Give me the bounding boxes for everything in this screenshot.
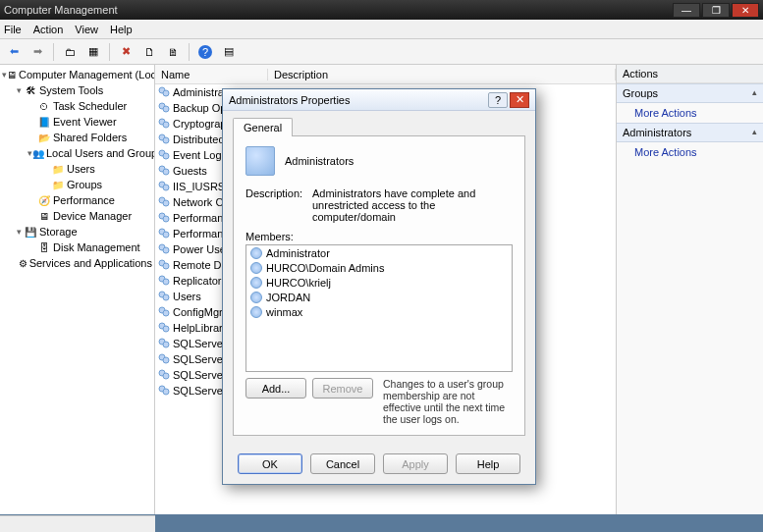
actions-link-more-admins[interactable]: More Actions (617, 142, 763, 162)
svg-point-7 (163, 137, 169, 143)
remove-button[interactable]: Remove (312, 378, 373, 399)
group-icon (157, 101, 171, 115)
tree-node-icon: 🧭 (37, 193, 51, 207)
tree-node-label: Users (67, 163, 95, 175)
menu-view[interactable]: View (75, 24, 98, 35)
svg-point-39 (163, 389, 169, 395)
tree-item[interactable]: ▾💾Storage (0, 224, 154, 239)
tree-item[interactable]: 📘Event Viewer (0, 114, 154, 130)
group-icon (157, 321, 171, 335)
tree-item[interactable]: ▾🛠System Tools (0, 82, 154, 98)
toolbar-help-button[interactable]: ? (195, 42, 215, 62)
member-row[interactable]: JORDAN (246, 290, 512, 304)
actions-section-administrators[interactable]: Administrators ▴ (617, 123, 763, 142)
tree-item[interactable]: 🖥Device Manager (0, 208, 154, 224)
member-row[interactable]: Administrator (246, 245, 512, 260)
toolbar-forward-button[interactable]: ➡ (27, 42, 47, 62)
svg-point-9 (163, 153, 169, 159)
navigation-tree[interactable]: ▾🖥Computer Management (Local▾🛠System Too… (0, 65, 155, 514)
collapse-icon: ▴ (752, 127, 757, 138)
apply-button[interactable]: Apply (383, 453, 448, 474)
tree-item[interactable]: ▾👥Local Users and Groups (0, 145, 154, 161)
svg-point-23 (163, 263, 169, 269)
toolbar-export-button[interactable]: 🗎 (163, 42, 183, 62)
membership-note: Changes to a user's group membership are… (379, 378, 513, 425)
dialog-close-button[interactable]: ✕ (510, 92, 529, 108)
tree-node-label: Groups (67, 179, 102, 190)
column-header-description[interactable]: Description (268, 69, 616, 80)
up-icon: 🗀 (65, 46, 76, 58)
refresh-icon: 🗋 (144, 46, 155, 58)
group-icon (157, 117, 171, 131)
toolbar-back-button[interactable]: ⬅ (4, 42, 24, 62)
dialog-titlebar[interactable]: Administrators Properties ? ✕ (223, 89, 535, 111)
tree-item[interactable]: ▾🖥Computer Management (Local (0, 67, 154, 82)
tree-horizontal-scrollbar[interactable] (0, 515, 155, 532)
member-name: winmax (266, 306, 302, 318)
toolbar-refresh-button[interactable]: 🗋 (139, 42, 159, 62)
svg-point-19 (163, 232, 169, 238)
group-icon (157, 195, 171, 209)
member-row[interactable]: HURCO\krielj (246, 275, 512, 290)
actions-section-groups[interactable]: Groups ▴ (617, 83, 763, 103)
arrow-right-icon: ➡ (33, 45, 42, 58)
svg-point-15 (163, 200, 169, 206)
svg-point-13 (163, 185, 169, 190)
expand-icon[interactable]: ▾ (14, 85, 24, 95)
dialog-help-button[interactable]: ? (488, 92, 508, 108)
cancel-button[interactable]: Cancel (310, 453, 375, 474)
menu-file[interactable]: File (4, 24, 22, 35)
tree-node-label: Task Scheduler (53, 100, 127, 112)
svg-point-33 (163, 342, 169, 347)
expand-icon[interactable]: ▾ (14, 227, 24, 237)
tree-item[interactable]: 📁Groups (0, 177, 154, 192)
window-maximize-button[interactable]: ❐ (702, 3, 730, 18)
member-name: HURCO\Domain Admins (266, 262, 384, 274)
tree-item[interactable]: ⏲Task Scheduler (0, 98, 154, 114)
arrow-left-icon: ⬅ (10, 45, 19, 58)
window-close-button[interactable]: ✕ (732, 3, 759, 18)
user-icon (250, 247, 262, 259)
member-name: HURCO\krielj (266, 277, 331, 289)
svg-point-35 (163, 357, 169, 363)
toolbar-up-button[interactable]: 🗀 (60, 42, 80, 62)
properties-dialog: Administrators Properties ? ✕ General Ad… (222, 88, 536, 485)
ok-button[interactable]: OK (238, 453, 302, 474)
tree-item[interactable]: 📁Users (0, 161, 154, 177)
svg-point-1 (163, 90, 169, 96)
dialog-footer: OK Cancel Apply Help (223, 446, 535, 484)
tree-item[interactable]: 📂Shared Folders (0, 130, 154, 145)
menu-help[interactable]: Help (110, 24, 133, 35)
tree-node-label: Event Viewer (53, 116, 117, 128)
members-list[interactable]: AdministratorHURCO\Domain AdminsHURCO\kr… (245, 244, 513, 372)
svg-point-17 (163, 216, 169, 222)
help-button[interactable]: Help (456, 453, 520, 474)
member-row[interactable]: HURCO\Domain Admins (246, 260, 512, 275)
help-icon: ? (198, 45, 212, 59)
svg-point-21 (163, 247, 169, 253)
views-icon: ▤ (224, 45, 234, 58)
description-value[interactable]: Administrators have complete and unrestr… (312, 187, 513, 223)
svg-point-11 (163, 169, 169, 175)
group-icon (157, 352, 171, 366)
svg-point-37 (163, 373, 169, 379)
group-icon (157, 180, 171, 193)
member-row[interactable]: winmax (246, 304, 512, 319)
group-icon (157, 337, 171, 350)
window-minimize-button[interactable]: — (673, 3, 700, 18)
tree-item[interactable]: ⚙Services and Applications (0, 255, 154, 271)
tree-node-icon: 🗄 (37, 240, 51, 254)
actions-link-more-groups[interactable]: More Actions (617, 103, 763, 123)
add-button[interactable]: Add... (245, 378, 306, 399)
toolbar-views-button[interactable]: ▤ (219, 42, 239, 62)
menu-action[interactable]: Action (33, 24, 64, 35)
toolbar-properties-button[interactable]: ▦ (83, 42, 103, 62)
actions-pane: Actions Groups ▴ More Actions Administra… (616, 65, 763, 514)
tab-general[interactable]: General (233, 118, 293, 136)
toolbar-delete-button[interactable]: ✖ (116, 42, 136, 62)
tree-item[interactable]: 🧭Performance (0, 192, 154, 208)
dialog-title: Administrators Properties (229, 94, 486, 106)
tree-node-icon: 📁 (51, 162, 65, 176)
tree-item[interactable]: 🗄Disk Management (0, 239, 154, 255)
column-header-name[interactable]: Name (155, 69, 268, 80)
